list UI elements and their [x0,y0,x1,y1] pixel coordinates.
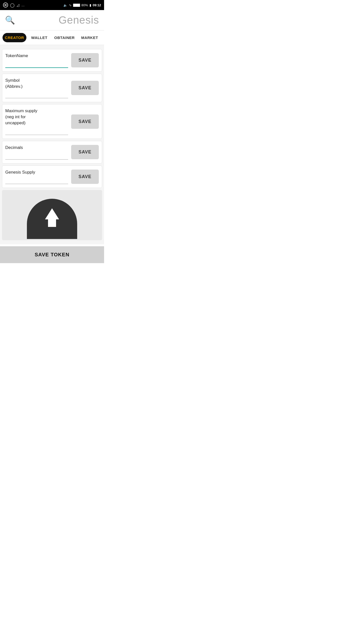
save-token-label: SAVE TOKEN [35,252,69,257]
tab-wallet[interactable]: WALLET [27,33,51,42]
wifi-icon: ∿ [69,3,72,7]
field-card-max-supply: Maximum supply(neg int foruncapped) SAVE [2,104,102,139]
status-right-icons: 🔈 ∿ ▇▇▇ 80% ▮ 09:12 [63,3,101,7]
genesis-supply-save-button[interactable]: SAVE [71,170,99,184]
search-icon[interactable]: 🔍 [5,15,15,25]
time: 09:12 [93,3,101,7]
form-container: TokenName SAVE Symbol(Abbrev.) SAVE Maxi… [0,45,104,244]
max-supply-label: Maximum supply(neg int foruncapped) [5,108,68,126]
notification-icon-w: W [3,3,8,8]
decimals-label: Decimals [5,145,68,151]
app-title: Genesis [59,14,99,26]
field-left-decimals: Decimals [5,145,68,160]
status-left-icons: W ◯ ◿ … [3,3,25,8]
tab-creator[interactable]: CREATOR [3,33,26,42]
token-name-save-button[interactable]: SAVE [71,53,99,67]
mute-icon: 🔈 [63,3,67,7]
field-left-symbol: Symbol(Abbrev.) [5,77,68,99]
status-bar: W ◯ ◿ … 🔈 ∿ ▇▇▇ 80% ▮ 09:12 [0,0,104,10]
decimals-input[interactable] [5,153,68,160]
header: 🔍 Genesis [0,10,104,30]
symbol-label: Symbol(Abbrev.) [5,77,68,90]
tab-obtainer[interactable]: OBTAINER [52,33,77,42]
max-supply-save-button[interactable]: SAVE [71,114,99,129]
field-left-genesis-supply: Genesis Supply [5,169,68,184]
save-token-button[interactable]: SAVE TOKEN [0,246,104,263]
symbol-save-button[interactable]: SAVE [71,81,99,95]
chat-icon: ◯ [10,3,15,8]
image-icon: ◿ [17,3,19,7]
genesis-supply-input[interactable] [5,177,68,184]
token-name-input[interactable] [5,61,68,68]
signal-icon: ▇▇▇ [73,3,80,7]
field-card-decimals: Decimals SAVE [2,141,102,164]
field-left-max-supply: Maximum supply(neg int foruncapped) [5,108,68,135]
symbol-input[interactable] [5,91,68,98]
field-left-token-name: TokenName [5,53,68,68]
field-card-symbol: Symbol(Abbrev.) SAVE [2,74,102,102]
token-name-label: TokenName [5,53,68,59]
genesis-supply-label: Genesis Supply [5,169,68,175]
upload-icon [45,208,59,227]
field-card-genesis-supply: Genesis Supply SAVE [2,166,102,188]
field-card-token-name: TokenName SAVE [2,49,102,72]
battery-percentage: 80% [81,3,88,7]
tab-market[interactable]: MARKET [78,33,102,42]
nav-tabs: CREATOR WALLET OBTAINER MARKET [0,30,104,45]
battery-icon: ▮ [89,3,91,7]
max-supply-input[interactable] [5,128,68,135]
more-icon: … [21,3,25,7]
token-image-upload[interactable] [2,190,102,240]
decimals-save-button[interactable]: SAVE [71,145,99,159]
